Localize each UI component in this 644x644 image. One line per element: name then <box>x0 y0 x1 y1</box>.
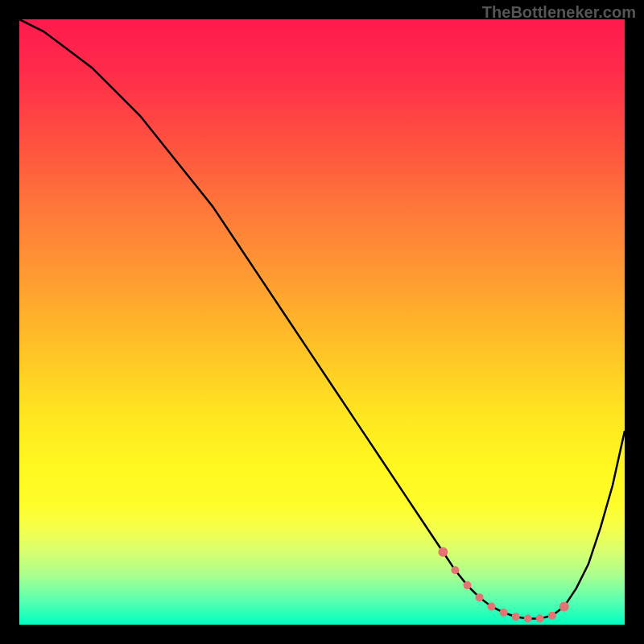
highlight-dot <box>500 609 508 617</box>
attribution-text: TheBottleneker.com <box>482 3 636 22</box>
highlight-dot <box>548 612 556 620</box>
highlight-dot <box>559 601 569 611</box>
highlight-dot <box>524 614 532 622</box>
highlight-dot <box>536 614 544 622</box>
highlight-dot <box>451 566 459 574</box>
plot-area <box>19 19 625 625</box>
highlight-dot <box>438 547 448 557</box>
highlight-dot <box>463 581 471 589</box>
highlight-dots <box>438 547 568 623</box>
curve-line <box>19 19 625 618</box>
chart-container: TheBottleneker.com <box>0 0 644 644</box>
highlight-dot <box>476 593 484 601</box>
highlight-dot <box>512 613 520 621</box>
highlight-dot <box>488 602 496 610</box>
chart-svg <box>19 19 625 625</box>
